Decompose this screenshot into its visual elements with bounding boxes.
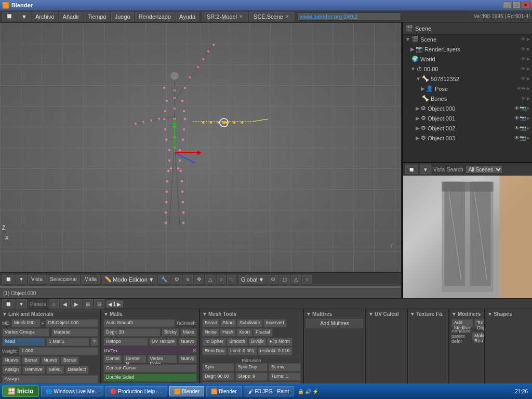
viewport-malla-btn[interactable]: Malla	[81, 275, 100, 284]
short-btn[interactable]: Short	[220, 319, 237, 327]
tree-item-pose[interactable]: ▶ 👤 Pose 👁 ✏ ➤	[403, 84, 532, 94]
deselect-btn[interactable]: Deselect	[65, 366, 89, 374]
remdou-btn[interactable]: Rem Dou	[202, 347, 227, 355]
url-bar[interactable]: www.blender.org 249.2	[297, 12, 401, 21]
dividir-btn[interactable]: Dividir	[248, 338, 267, 346]
smooth-btn[interactable]: Smooth	[227, 338, 248, 346]
pose-edit[interactable]: ✏	[522, 86, 526, 91]
close-button[interactable]: ✕	[522, 2, 530, 9]
menu-ayuda[interactable]: Ayuda	[176, 12, 199, 21]
weight-val-btn[interactable]: 1.000	[19, 347, 98, 355]
tree-item-scene[interactable]: ▼ 🎬 Scene 👁 ➤	[403, 34, 532, 44]
minimize-button[interactable]: _	[503, 2, 511, 9]
borrar-btn2[interactable]: Borrar	[61, 356, 79, 365]
uv-texture-btn[interactable]: UV Texture	[149, 338, 177, 346]
menu-anadir[interactable]: Añadir	[59, 12, 83, 21]
taskbar-item-0[interactable]: 🌐 Windows Live Me...	[41, 386, 103, 396]
panels-prev-btn[interactable]: ◀	[60, 299, 70, 309]
viewport-seleccionar-btn[interactable]: Seleccionar	[47, 275, 80, 284]
viewport-view3[interactable]: ○	[302, 275, 312, 284]
borrar-btn1[interactable]: Borrar	[22, 356, 40, 365]
beaut-btn[interactable]: Beaut	[202, 319, 220, 327]
menu-arrow[interactable]: ▼	[18, 12, 31, 21]
subdivide-btn[interactable]: Subdivide	[237, 319, 263, 327]
obj001-rend[interactable]: 📷	[520, 115, 526, 121]
spin-btn[interactable]: Spin	[202, 363, 234, 371]
time-vis[interactable]: 👁	[521, 66, 526, 72]
scene-canvas[interactable]: X Z Y	[0, 23, 401, 272]
taskbar-item-3[interactable]: 🟧 Blender	[206, 386, 241, 396]
degr-val-btn[interactable]: Degr: 90.00	[202, 373, 234, 381]
viewport-vista-btn[interactable]: Vista	[28, 275, 46, 284]
time-sel[interactable]: ➤	[526, 66, 530, 72]
obj000-sel[interactable]: ➤	[526, 105, 530, 111]
me-value-btn[interactable]: Mesh.000	[11, 319, 41, 327]
xsort-btn[interactable]: Xsort	[236, 328, 252, 337]
add-modifier-btn[interactable]: Add Modifier	[451, 319, 473, 327]
tab-model-close[interactable]: ✕	[239, 14, 243, 19]
viewport[interactable]: X Z Y (1) Object.000 🔲 ▼ Vista Seleccion…	[0, 23, 402, 298]
reshold-btn[interactable]: reshold: 0.010	[258, 347, 292, 355]
search-label-text[interactable]: Search	[447, 167, 463, 172]
double-sided-btn[interactable]: Double Sided	[103, 374, 197, 382]
viewport-tools2[interactable]: ⚙	[171, 275, 182, 284]
panel-shapes-arrow[interactable]: ▼	[487, 311, 493, 317]
taskbar-item-1[interactable]: 🔴 Production Help -...	[105, 386, 167, 396]
nuevo-btn2[interactable]: Nuevo	[41, 356, 60, 365]
pivot-selector[interactable]: Global ▼	[238, 275, 267, 284]
viewport-settings[interactable]: ⚙	[268, 275, 278, 284]
innervert-btn[interactable]: Innervert	[263, 319, 287, 327]
taskbar-item-4[interactable]: 🖌 F3.JPG - Paint	[244, 386, 294, 396]
panels-layout-btn[interactable]: ⊞	[83, 299, 93, 309]
scene-sel1[interactable]: ➤	[526, 36, 530, 42]
obj002-rend[interactable]: 📷	[520, 125, 526, 131]
viewport-sel2[interactable]: ○	[217, 275, 226, 284]
nuevo-btn1[interactable]: Nuevo	[2, 356, 21, 365]
panels-home-btn[interactable]: ⌂	[49, 299, 58, 309]
flipnorm-btn[interactable]: Flip Norm	[267, 338, 292, 346]
viewport-arrow-btn[interactable]: ▼	[16, 275, 27, 284]
tree-item-obj000[interactable]: ▶ ⚙ Object.000 👁 📷 ➤	[403, 103, 532, 113]
panels-zoom-btn[interactable]: ⊟	[94, 299, 104, 309]
tree-item-armature[interactable]: ▼ 🦴 507812352 👁 ➤	[403, 74, 532, 84]
tree-item-bones[interactable]: 🦴 Bones 👁 ➤	[403, 94, 532, 103]
pose-vis[interactable]: 👁	[516, 86, 522, 91]
bottom-icon-btn[interactable]: 🔲	[2, 299, 15, 309]
obj002-sel[interactable]: ➤	[526, 125, 530, 131]
hash-btn[interactable]: Hash	[220, 328, 236, 337]
arm-sel[interactable]: ➤	[526, 76, 530, 82]
tab-model[interactable]: SR:2-Model ✕	[202, 12, 248, 21]
tab-scene-close[interactable]: ✕	[285, 14, 289, 19]
mat-label-btn[interactable]: 1 Mat 1	[46, 338, 89, 346]
obj003-vis[interactable]: 👁	[514, 135, 520, 141]
menu-icon[interactable]: 🔲	[2, 12, 17, 21]
obj001-vis[interactable]: 👁	[514, 115, 520, 121]
degr-btn[interactable]: Degr: 30	[103, 328, 161, 337]
vg-name-btn[interactable]: head	[2, 338, 45, 346]
bottom-arrow-btn[interactable]: ▼	[16, 299, 27, 309]
world-vis[interactable]: 👁	[521, 56, 526, 62]
vertex-groups-btn[interactable]: Vertex Groups	[2, 328, 49, 337]
ob-value-btn[interactable]: OB:Object.000	[45, 319, 98, 327]
to-object-btn[interactable]: To: Object.000	[474, 319, 485, 327]
auto-smooth-btn[interactable]: Auto Smooth	[103, 319, 175, 327]
taskbar-item-2[interactable]: 🟧 Blender	[169, 386, 204, 396]
spin-dup-btn[interactable]: Spin Dup	[235, 363, 268, 371]
mode-selector[interactable]: ✏️ Modo Edicion ▼	[102, 275, 157, 284]
retopo-btn[interactable]: Retopo	[103, 338, 148, 346]
add-multires-btn[interactable]: Add Multires	[306, 319, 363, 328]
panel-mesh-arrow[interactable]: ▼	[103, 311, 109, 317]
start-button[interactable]: 🪟 Inicio	[2, 385, 39, 397]
tosphere-btn[interactable]: To Spher	[202, 338, 226, 346]
arm-vis[interactable]: 👁	[521, 76, 526, 82]
tree-item-obj003[interactable]: ▶ ⚙ Object.003 👁 📷 ➤	[403, 133, 532, 143]
viewport-view2[interactable]: △	[291, 275, 301, 284]
pose-sel[interactable]: ➤	[526, 86, 530, 91]
scene-vis1[interactable]: 👁	[521, 36, 526, 42]
obj003-sel[interactable]: ➤	[526, 135, 530, 141]
tree-item-obj002[interactable]: ▶ ⚙ Object.002 👁 📷 ➤	[403, 123, 532, 133]
panel-modifiers-arrow[interactable]: ▼	[451, 311, 457, 317]
menu-tiempo[interactable]: Tiempo	[84, 12, 110, 21]
steps-btn[interactable]: Steps: 9	[235, 373, 268, 381]
menu-juego[interactable]: Juego	[111, 12, 134, 21]
